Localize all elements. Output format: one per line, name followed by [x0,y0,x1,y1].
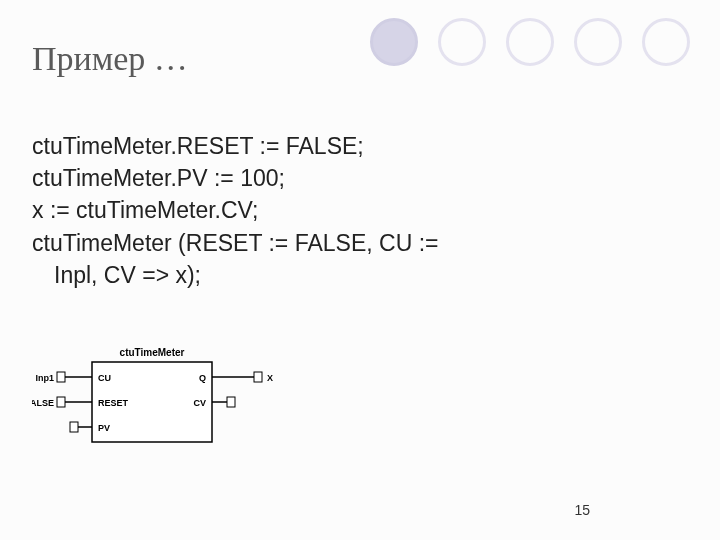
signal-label: Inp1 [35,373,54,383]
port-label: RESET [98,398,129,408]
code-line: Inpl, CV => x); [32,259,690,291]
code-line: ctuTimeMeter.RESET := FALSE; [32,130,690,162]
svg-rect-3 [57,397,65,407]
circle-icon [642,18,690,66]
block-title: ctuTimeMeter [120,347,185,358]
circle-icon [438,18,486,66]
signal-label: FALSE [32,398,54,408]
port-label: CV [193,398,206,408]
function-block-diagram: ctuTimeMeter Inp1 CU FALSE RESET PV Q X … [32,344,292,454]
page-number: 15 [574,502,590,518]
code-block: ctuTimeMeter.RESET := FALSE; ctuTimeMete… [32,130,690,291]
circle-icon [506,18,554,66]
code-line: ctuTimeMeter.PV := 100; [32,162,690,194]
svg-rect-7 [254,372,262,382]
svg-rect-9 [227,397,235,407]
svg-rect-1 [57,372,65,382]
port-label: Q [199,373,206,383]
port-label: PV [98,423,110,433]
port-label: CU [98,373,111,383]
circle-icon [574,18,622,66]
code-line: x := ctuTimeMeter.CV; [32,194,690,226]
signal-label: X [267,373,273,383]
svg-rect-5 [70,422,78,432]
decorative-circles [370,18,690,66]
code-line: ctuTimeMeter (RESET := FALSE, CU := [32,227,690,259]
slide-title: Пример … [32,40,188,78]
circle-icon [370,18,418,66]
